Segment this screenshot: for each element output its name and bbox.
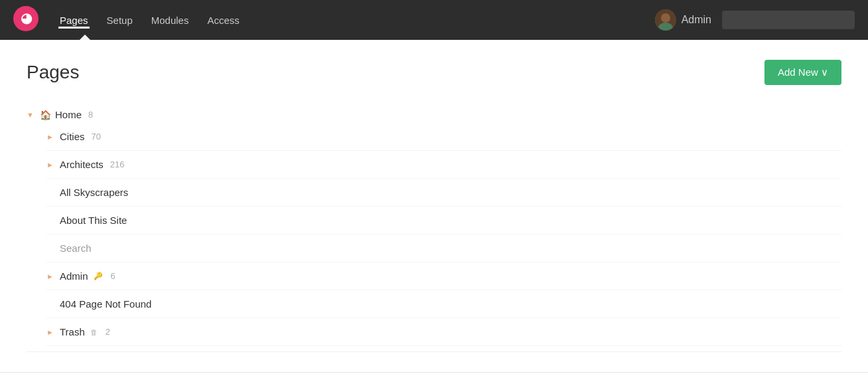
list-item: ► All Skyscrapers xyxy=(46,179,841,207)
tree-root-item: ▼ 🏠 Home 8 ► Cities 70 ► xyxy=(27,101,841,352)
cities-count: 70 xyxy=(92,132,101,142)
admin-count: 6 xyxy=(111,271,115,281)
search-row[interactable]: ► Search xyxy=(46,240,841,256)
home-icon: 🏠 xyxy=(40,110,51,120)
cities-label: Cities xyxy=(60,131,85,142)
admin-user[interactable]: Admin xyxy=(655,9,711,31)
nav-links: Pages Setup Modules Access xyxy=(58,12,635,29)
chevron-down-icon: ▼ xyxy=(27,111,36,119)
avatar xyxy=(655,9,676,31)
search-page-label: Search xyxy=(60,242,92,254)
nav-active-indicator xyxy=(80,35,90,40)
about-label: About This Site xyxy=(60,215,127,226)
search-wrapper: 🔍 xyxy=(722,11,855,29)
svg-point-3 xyxy=(661,13,670,23)
nav-pages[interactable]: Pages xyxy=(58,12,90,29)
list-item: ► Architects 216 xyxy=(46,151,841,179)
404-label: 404 Page Not Found xyxy=(60,298,151,310)
architects-label: Architects xyxy=(60,159,104,170)
nav-setup[interactable]: Setup xyxy=(106,12,134,29)
key-icon: 🔑 xyxy=(94,272,103,280)
page-title: Pages xyxy=(27,62,79,83)
logo[interactable]: ◕ xyxy=(13,6,38,34)
chevron-right-icon: ► xyxy=(46,328,56,336)
admin-page-label: Admin xyxy=(60,270,88,282)
admin-label: Admin xyxy=(682,14,711,26)
architects-count: 216 xyxy=(110,159,125,169)
footer: ProcessWire 3.0.85 © 2018 xyxy=(0,372,868,382)
page-tree: ▼ 🏠 Home 8 ► Cities 70 ► xyxy=(27,101,841,352)
admin-row[interactable]: ► Admin 🔑 6 xyxy=(46,268,841,284)
navbar-right: Admin 🔍 xyxy=(655,9,855,31)
home-row[interactable]: ▼ 🏠 Home 8 xyxy=(27,106,841,123)
list-item: ► Trash 🗑 2 xyxy=(46,318,841,346)
tree-children: ► Cities 70 ► Architects 216 xyxy=(27,123,841,346)
about-row[interactable]: ► About This Site xyxy=(46,212,841,229)
all-skyscrapers-label: All Skyscrapers xyxy=(60,187,128,198)
cities-row[interactable]: ► Cities 70 xyxy=(46,128,841,145)
navbar: ◕ Pages Setup Modules Access Admin 🔍 xyxy=(0,0,868,40)
page-header: Pages Add New ∨ xyxy=(27,60,841,85)
trash-icon: 🗑 xyxy=(90,328,98,336)
svg-text:◕: ◕ xyxy=(21,11,33,25)
nav-access[interactable]: Access xyxy=(206,12,240,29)
nav-modules[interactable]: Modules xyxy=(150,12,190,29)
chevron-right-icon: ► xyxy=(46,272,56,280)
main-content: Pages Add New ∨ ▼ 🏠 Home 8 ► Cities 70 xyxy=(0,40,868,372)
list-item: ► Search xyxy=(46,235,841,262)
list-item: ► Admin 🔑 6 xyxy=(46,262,841,290)
trash-row[interactable]: ► Trash 🗑 2 xyxy=(46,324,841,340)
home-count: 8 xyxy=(88,110,93,120)
trash-count: 2 xyxy=(106,327,110,337)
architects-row[interactable]: ► Architects 216 xyxy=(46,156,841,173)
home-label: Home xyxy=(55,109,82,120)
add-new-button[interactable]: Add New ∨ xyxy=(764,60,841,85)
404-row[interactable]: ► 404 Page Not Found xyxy=(46,296,841,312)
trash-label: Trash xyxy=(60,326,85,337)
list-item: ► Cities 70 xyxy=(46,123,841,151)
all-skyscrapers-row[interactable]: ► All Skyscrapers xyxy=(46,184,841,201)
chevron-right-icon: ► xyxy=(46,161,56,169)
list-item: ► About This Site xyxy=(46,207,841,235)
search-input[interactable] xyxy=(722,11,855,29)
list-item: ► 404 Page Not Found xyxy=(46,290,841,318)
chevron-right-icon: ► xyxy=(46,133,56,141)
